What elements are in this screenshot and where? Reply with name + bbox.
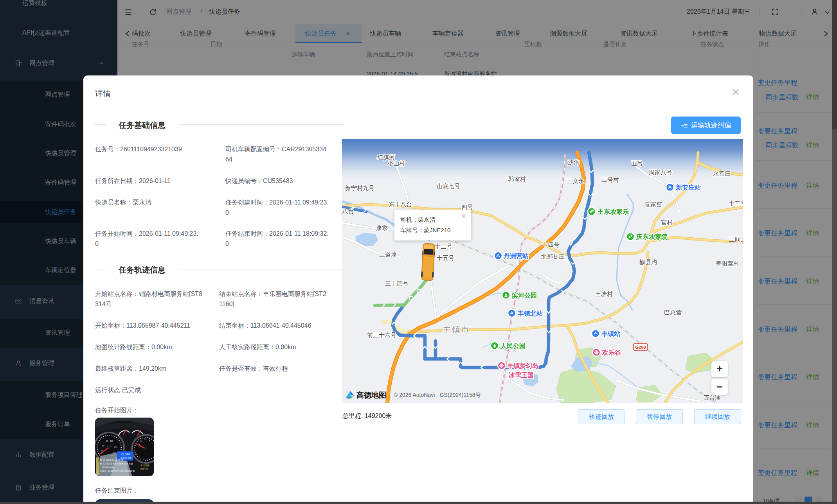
- svg-text:100: 100: [110, 440, 113, 442]
- svg-text:新宁村九号: 新宁村九号: [345, 185, 374, 191]
- svg-text:十四号: 十四号: [542, 241, 560, 248]
- svg-text:二号村: 二号村: [601, 176, 619, 183]
- svg-text:丰镇北站: 丰镇北站: [517, 310, 543, 317]
- svg-text:永善庄: 永善庄: [713, 170, 731, 177]
- svg-text:土塘村: 土塘村: [595, 291, 613, 297]
- svg-text:八台: 八台: [342, 208, 354, 214]
- svg-text:阮家窑: 阮家窑: [644, 201, 662, 208]
- svg-text:山底七号: 山底七号: [437, 183, 460, 189]
- svg-text:东十八台: 东十八台: [389, 201, 412, 208]
- svg-text:80: 80: [106, 440, 108, 442]
- svg-text:欢乐谷: 欢乐谷: [602, 349, 621, 356]
- svg-text:周家八号: 周家八号: [649, 169, 672, 176]
- svg-text:地 点: 乌兰察布市丰镇市-巨宝庄镇: 地 点: 乌兰察布市丰镇市-巨宝庄镇: [100, 463, 133, 465]
- svg-text:十五号: 十五号: [437, 255, 454, 261]
- svg-text:时 间: 2026.01.11 09:48: 时 间: 2026.01.11 09:48: [100, 459, 123, 461]
- svg-text:康家: 康家: [376, 224, 388, 231]
- svg-text:丹洲营站: 丹洲营站: [503, 253, 529, 259]
- svg-text:4: 4: [149, 439, 150, 441]
- svg-text:丰镇市: 丰镇市: [443, 325, 470, 334]
- svg-text:巴总营: 巴总营: [664, 309, 682, 316]
- svg-text:榆县沟: 榆县沟: [639, 258, 657, 265]
- svg-text:120: 120: [114, 446, 117, 448]
- svg-text:今日里程: 今日里程: [140, 464, 149, 467]
- svg-text:胜利街MN路: 胜利街MN路: [102, 466, 114, 469]
- svg-text:40: 40: [102, 445, 104, 447]
- svg-text:G208: G208: [635, 345, 646, 350]
- svg-text:红旗河: 红旗河: [377, 154, 395, 160]
- svg-text:◷ 948: ◷ 948: [121, 452, 130, 456]
- svg-text:丰镇站: 丰镇站: [601, 330, 620, 337]
- svg-text:王东农家乐: 王东农家乐: [597, 208, 629, 215]
- svg-text:三十四号: 三十四号: [385, 280, 409, 287]
- svg-text:十三号: 十三号: [435, 243, 452, 249]
- svg-text:丰镇梦幻岛: 丰镇梦幻岛: [507, 362, 538, 369]
- svg-text:前三十六号: 前三十六号: [367, 332, 396, 338]
- svg-text:新安庄站: 新安庄站: [675, 184, 701, 191]
- svg-text:3: 3: [144, 438, 146, 440]
- svg-text:2: 2: [140, 440, 142, 442]
- svg-text:官村: 官村: [661, 219, 673, 226]
- svg-text:949433: 949433: [140, 468, 148, 470]
- svg-text:十二号: 十二号: [729, 200, 743, 206]
- svg-text:人民公园: 人民公园: [500, 343, 526, 349]
- svg-text:三间房: 三间房: [729, 236, 743, 242]
- svg-text:北郊甘庄: 北郊甘庄: [541, 253, 565, 260]
- svg-text:寿阳营村: 寿阳营村: [716, 260, 739, 267]
- svg-text:庆东农家院: 庆东农家院: [636, 233, 668, 240]
- svg-text:小山村: 小山村: [387, 160, 405, 167]
- svg-text:冰雪王国: 冰雪王国: [509, 372, 534, 378]
- svg-text:沙沟: 沙沟: [568, 159, 580, 165]
- svg-text:二道墙: 二道墙: [379, 251, 397, 258]
- svg-text:郭家村: 郭家村: [508, 176, 526, 182]
- svg-text:滨河公园: 滨河公园: [511, 292, 537, 299]
- svg-text:经纬度: 40.445307°N,113.065962°E: 经纬度: 40.445307°N,113.065962°E: [100, 470, 135, 473]
- svg-text:三义永: 三义永: [567, 178, 584, 184]
- svg-text:五号: 五号: [631, 160, 643, 167]
